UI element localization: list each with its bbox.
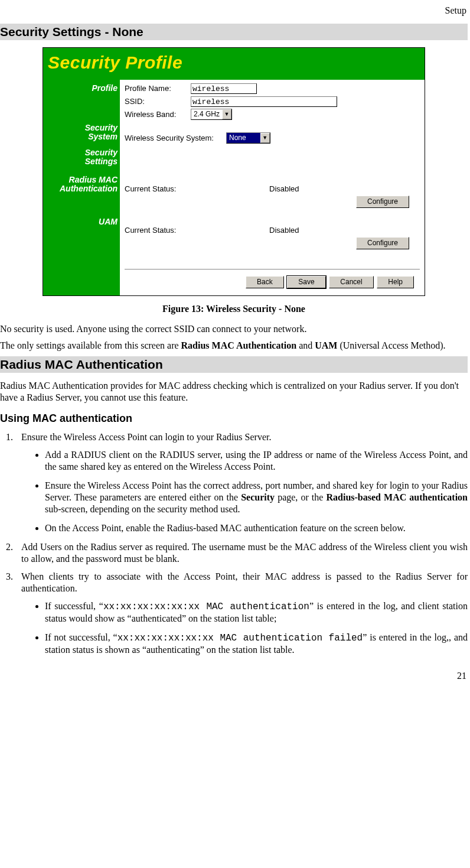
profile-name-label: Profile Name: bbox=[125, 84, 191, 93]
step-1c: On the Access Point, enable the Radius-b… bbox=[45, 522, 468, 534]
band-label: Wireless Band: bbox=[125, 110, 191, 119]
radius-status-value: Disabled bbox=[269, 184, 299, 194]
heading-using-mac: Using MAC authentication bbox=[0, 412, 468, 425]
footer-button-bar: Back Save Cancel Help bbox=[125, 274, 420, 293]
chevron-down-icon: ▼ bbox=[222, 109, 231, 119]
security-profile-panel: Security Profile Profile SecuritySystem … bbox=[43, 47, 425, 296]
security-system-label: Wireless Security System: bbox=[125, 134, 226, 143]
uam-configure-button[interactable]: Configure bbox=[356, 237, 409, 249]
step-3a: If successful, “xx:xx:xx:xx:xx:xx MAC au… bbox=[45, 600, 468, 625]
sidebar-item-security-settings: SecuritySettings bbox=[44, 148, 117, 175]
sidebar-item-security-system: SecuritySystem bbox=[44, 123, 117, 148]
security-system-value: None bbox=[227, 133, 260, 143]
page-number: 21 bbox=[0, 670, 468, 682]
cancel-button[interactable]: Cancel bbox=[329, 276, 373, 288]
body-p1: No security is used. Anyone using the co… bbox=[0, 323, 468, 335]
back-button[interactable]: Back bbox=[246, 276, 284, 288]
chevron-down-icon: ▼ bbox=[260, 133, 270, 143]
sidebar-item-profile: Profile bbox=[44, 81, 117, 123]
uam-status-label: Current Status: bbox=[125, 226, 269, 235]
step-1b: Ensure the Wireless Access Point has the… bbox=[45, 480, 468, 515]
step-1: Ensure the Wireless Access Point can log… bbox=[15, 431, 468, 534]
save-button[interactable]: Save bbox=[287, 276, 325, 288]
panel-content: Profile Name: wireless SSID: wireless Wi… bbox=[120, 80, 425, 295]
radius-configure-button[interactable]: Configure bbox=[356, 196, 409, 208]
body-p2: The only settings available from this sc… bbox=[0, 340, 468, 352]
figure-caption: Figure 13: Wireless Security - None bbox=[0, 303, 468, 315]
band-select[interactable]: 2.4 GHz ▼ bbox=[191, 109, 232, 120]
panel-sidebar: Profile SecuritySystem SecuritySettings … bbox=[43, 80, 120, 295]
sidebar-item-uam: UAM bbox=[44, 217, 117, 276]
figure-container: Security Profile Profile SecuritySystem … bbox=[0, 47, 468, 296]
step-2: Add Users on the Radius server as requir… bbox=[15, 541, 468, 565]
sidebar-item-radius-mac: Radius MACAuthentication bbox=[44, 175, 117, 217]
heading-radius-mac: Radius MAC Authentication bbox=[0, 356, 468, 373]
step-3: When clients try to associate with the A… bbox=[15, 571, 468, 656]
profile-name-input[interactable]: wireless bbox=[191, 83, 257, 94]
security-system-select[interactable]: None ▼ bbox=[226, 132, 270, 144]
divider bbox=[125, 269, 420, 270]
steps-list: Ensure the Wireless Access Point can log… bbox=[0, 431, 468, 656]
section-header: Setup bbox=[0, 5, 468, 17]
panel-title: Security Profile bbox=[43, 48, 425, 80]
ssid-input[interactable]: wireless bbox=[191, 96, 337, 107]
step-3b: If not successful, “xx:xx:xx:xx:xx:xx MA… bbox=[45, 632, 468, 656]
band-value: 2.4 GHz bbox=[191, 110, 222, 119]
step-1a: Add a RADIUS client on the RADIUS server… bbox=[45, 449, 468, 473]
body-p3: Radius MAC Authentication provides for M… bbox=[0, 380, 468, 404]
help-button[interactable]: Help bbox=[377, 276, 414, 288]
radius-status-label: Current Status: bbox=[125, 184, 269, 194]
ssid-label: SSID: bbox=[125, 97, 191, 106]
heading-security-settings-none: Security Settings - None bbox=[0, 24, 468, 40]
uam-status-value: Disabled bbox=[269, 226, 299, 235]
